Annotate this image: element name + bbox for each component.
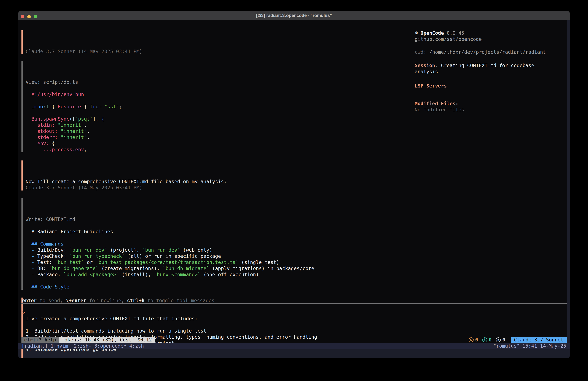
text-line — [26, 322, 409, 328]
desktop: { "window": { "title": "[2/3] radiant:3:… — [0, 0, 588, 381]
h-circled-icon: h — [496, 337, 501, 342]
text-line: - Build/Dev: `bun run dev` (project), `b… — [26, 247, 409, 253]
text-line: Bun.spawnSync([`psql`], { — [26, 116, 409, 122]
text-segment: \+enter — [66, 298, 86, 303]
text-line: github.com/sst/opencode — [415, 36, 566, 42]
w-circled-icon: w — [469, 337, 474, 342]
message-block-assistant-text: Now I'll create a comprehensive CONTEXT.… — [21, 160, 409, 191]
text-line: env: { — [26, 140, 409, 147]
i-circled-icon: i — [482, 337, 487, 342]
sidebar-app-info: © OpenCode 0.0.45github.com/sst/opencode — [415, 30, 566, 42]
sidebar-cwd: cwd: /home/thdxr/dev/projects/radiant/ra… — [415, 49, 566, 55]
text-line: Now I'll create a comprehensive CONTEXT.… — [26, 179, 409, 185]
text-line: © OpenCode 0.0.45 — [415, 30, 566, 36]
text-line: 1. Build/lint/test commands including ho… — [26, 328, 409, 334]
status-bar: ctrl+? help Tokens: 16.4K (8%), Cost: $0… — [21, 337, 567, 343]
chat-messages-area[interactable]: Claude 3.7 Sonnet (14 May 2025 03:41 PM)… — [21, 30, 409, 358]
tokens-cost-chip: Tokens: 16.4K (8%), Cost: $0.12 — [59, 337, 155, 343]
text-segment: enter — [22, 298, 37, 303]
message-input[interactable]: > — [22, 310, 25, 316]
terminal-right-padding — [567, 20, 570, 343]
text-line: ## Code Style — [26, 284, 409, 290]
text-line — [26, 223, 409, 229]
tool-block-write-file: Write: CONTEXT.md # Radiant Project Guid… — [21, 198, 409, 290]
diagnostic-count: 0 — [475, 337, 478, 343]
text-line — [26, 97, 409, 104]
sidebar-session: Session: Creating CONTEXT.md for codebas… — [415, 63, 566, 75]
text-line: - DB: `bun db generate` (create migratio… — [26, 265, 409, 271]
tmux-status-bar: [radiant] 1:nvim 2:zsh- 3:opencode* 4:zs… — [18, 343, 570, 349]
text-line: stdin: "inherit", — [26, 122, 409, 128]
message-accent-bar — [21, 30, 22, 54]
text-line: analysis — [415, 69, 566, 75]
text-line: - Test: `bun test` or `bun test packages… — [26, 259, 409, 265]
text-line — [26, 235, 409, 241]
input-divider — [21, 303, 567, 304]
terminal-window: [2/3] radiant:3:opencode - "romulus" Cla… — [18, 11, 570, 358]
text-line: stdout: "inherit", — [26, 128, 409, 134]
text-segment: ctrl+h — [127, 298, 145, 303]
text-line: - Package: `bun add <package>` (install)… — [26, 271, 409, 278]
text-line: cwd: /home/thdxr/dev/projects/radiant/ra… — [415, 49, 566, 55]
tmux-window-list[interactable]: [radiant] 1:nvim 2:zsh- 3:opencode* 4:zs… — [21, 343, 144, 349]
text-line: #!/usr/bin/env bun — [26, 91, 409, 97]
tmux-session-clock: "romulus" 15:41 14-May-25 — [493, 343, 566, 349]
keybinding-help-line: enter to send, \+enter for newline, ctrl… — [22, 297, 214, 304]
text-line: LSP Servers — [415, 83, 566, 89]
maximize-button-icon[interactable] — [34, 15, 38, 18]
diagnostic-count: 0 — [489, 337, 492, 343]
window-title: [2/3] radiant:3:opencode - "romulus" — [256, 12, 332, 19]
text-line: No modified files — [415, 107, 566, 113]
message-accent-bar — [21, 160, 22, 190]
text-line: stderr: "inherit", — [26, 134, 409, 140]
text-line: import { Resource } from "sst"; — [26, 104, 409, 110]
minimize-button-icon[interactable] — [27, 15, 31, 18]
window-titlebar[interactable]: [2/3] radiant:3:opencode - "romulus" — [18, 11, 570, 20]
text-segment: to send, — [37, 298, 66, 303]
tool-accent-bar — [21, 61, 22, 152]
text-line — [26, 278, 409, 284]
tool-block-view-file: View: script/db.ts #!/usr/bin/env bun im… — [21, 61, 409, 153]
text-line: I've created a comprehensive CONTEXT.md … — [26, 316, 409, 322]
message-block-assistant-header: Claude 3.7 Sonnet (14 May 2025 03:41 PM) — [21, 30, 409, 55]
model-chip[interactable]: Claude 3.7 Sonnet — [511, 337, 567, 343]
diagnostics-group: w0i0h0 — [469, 337, 505, 343]
help-shortcut-chip[interactable]: ctrl+? help — [21, 337, 59, 343]
text-line: Write: CONTEXT.md — [26, 216, 409, 223]
status-bar-right: w0i0h0 Claude 3.7 Sonnet — [469, 337, 567, 343]
sidebar-modified-files: Modified Files:No modified files — [415, 101, 566, 113]
text-line: # Radiant Project Guidelines — [26, 229, 409, 235]
text-line: View: script/db.ts — [26, 79, 409, 85]
tool-accent-bar — [21, 198, 22, 290]
text-line — [26, 85, 409, 91]
text-segment: to toggle tool messages — [145, 298, 214, 303]
prompt-caret: > — [22, 310, 25, 315]
hints-count: h0 — [496, 337, 505, 343]
text-line: Claude 3.7 Sonnet (14 May 2025 03:41 PM) — [26, 48, 409, 55]
text-line: Claude 3.7 Sonnet (14 May 2025 03:41 PM) — [26, 185, 409, 191]
sidebar-lsp-servers: LSP Servers — [415, 83, 566, 89]
close-button-icon[interactable] — [21, 15, 24, 18]
text-line: Modified Files: — [415, 101, 566, 107]
text-line — [26, 110, 409, 116]
text-line — [26, 352, 409, 358]
text-line: Session: Creating CONTEXT.md for codebas… — [415, 63, 566, 69]
text-line: ...process.env, — [26, 147, 409, 153]
text-segment: for newline, — [86, 298, 127, 303]
text-line: ## Commands — [26, 241, 409, 247]
info-count: i0 — [482, 337, 492, 343]
traffic-lights — [21, 15, 38, 18]
warnings-count: w0 — [469, 337, 478, 343]
diagnostic-count: 0 — [502, 337, 505, 343]
text-line: - TypeCheck: `bun run typecheck` (all) o… — [26, 253, 409, 259]
